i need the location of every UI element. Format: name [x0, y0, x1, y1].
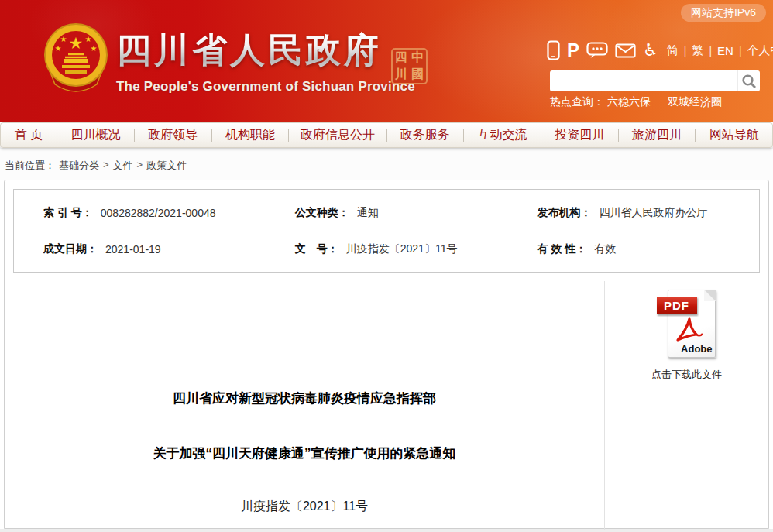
breadcrumb-separator: > — [137, 159, 143, 170]
search-input[interactable] — [550, 70, 737, 91]
breadcrumb-item[interactable]: 文件 — [113, 159, 133, 173]
personal-center-link[interactable]: 个人中心 — [747, 43, 773, 58]
ipv6-badge: 网站支持IPv6 — [681, 4, 766, 22]
breadcrumb: 当前位置： 基础分类 > 文件 > 政策文件 — [0, 148, 773, 180]
nav-item-travel[interactable]: 旅游四川 — [619, 127, 696, 143]
meta-doc-number: 文 号： 川疫指发〔2021〕11号 — [294, 242, 536, 256]
meta-value: 川疫指发〔2021〕11号 — [346, 242, 458, 256]
meta-label: 成文日期： — [43, 242, 98, 256]
seal-char: 國 — [410, 67, 427, 84]
header-icons-row: P ♿ 简 | 繁 | EN | 个人中心 — [547, 39, 773, 61]
site-title: 四川省人民政府 — [116, 27, 426, 74]
lang-separator: | — [684, 44, 687, 57]
p-media-icon[interactable]: P — [567, 41, 579, 60]
document-title-line2: 关于加强“四川天府健康通”宣传推广使用的紧急通知 — [5, 444, 604, 462]
hot-search-item[interactable]: 六稳六保 — [607, 95, 651, 109]
lang-separator: | — [739, 44, 742, 57]
pdf-fold-corner — [704, 290, 716, 301]
download-sidebar: Adobe PDF 点击下载此文件 — [604, 281, 768, 530]
meta-issuing-agency: 发布机构： 四川省人民政府办公厅 — [535, 206, 759, 220]
meta-value: 通知 — [357, 206, 379, 220]
meta-value: 008282882/2021-00048 — [101, 207, 216, 219]
breadcrumb-item[interactable]: 基础分类 — [59, 159, 99, 173]
language-switcher: 简 | 繁 | EN | 个人中心 — [667, 43, 773, 58]
download-caption[interactable]: 点击下载此文件 — [651, 368, 722, 382]
search-button[interactable] — [737, 70, 760, 91]
svg-text:★: ★ — [85, 35, 92, 43]
meta-label: 有 效 性： — [537, 242, 586, 256]
breadcrumb-item[interactable]: 政策文件 — [146, 159, 187, 173]
nav-item-invest[interactable]: 投资四川 — [541, 127, 618, 143]
nav-item-interaction[interactable]: 互动交流 — [464, 127, 541, 143]
content-panel: 索 引 号： 008282882/2021-00048 公文种类： 通知 发布机… — [4, 180, 769, 529]
chat-icon[interactable] — [586, 42, 608, 59]
svg-text:★: ★ — [60, 35, 67, 43]
seal-char: 中 — [410, 50, 427, 67]
mobile-icon[interactable] — [547, 40, 560, 60]
lang-traditional[interactable]: 繁 — [692, 43, 703, 58]
meta-issue-date: 成文日期： 2021-01-19 — [14, 242, 294, 256]
site-header: 网站支持IPv6 ★ ★ ★ ★ ★ 四川省人民政府 The People's … — [0, 0, 773, 122]
lang-separator: | — [709, 44, 712, 57]
breadcrumb-label: 当前位置： — [5, 159, 55, 173]
document-meta-table: 索 引 号： 008282882/2021-00048 公文种类： 通知 发布机… — [13, 189, 760, 273]
national-emblem-icon: ★ ★ ★ ★ ★ — [42, 21, 110, 94]
pdf-banner: PDF — [657, 297, 697, 314]
search-icon — [741, 74, 757, 89]
site-title-block: 四川省人民政府 The People's Government of Sichu… — [116, 27, 426, 94]
site-logo[interactable]: ★ ★ ★ ★ ★ 四川省人民政府 The People's Governmen… — [42, 21, 437, 98]
page: 网站支持IPv6 ★ ★ ★ ★ ★ 四川省人民政府 The People's … — [0, 0, 773, 532]
hot-search-row: 热点查询： 六稳六保 双城经济圈 — [550, 95, 739, 109]
svg-text:★: ★ — [69, 34, 84, 52]
site-subtitle: The People's Government of Sichuan Provi… — [116, 79, 426, 94]
document-area: 四川省应对新型冠状病毒肺炎疫情应急指挥部 关于加强“四川天府健康通”宣传推广使用… — [5, 281, 768, 530]
china-sichuan-seal: 四 中 川 國 — [391, 48, 428, 84]
meta-label: 发布机构： — [537, 206, 591, 220]
main-nav: 首 页 四川概况 政府领导 机构职能 政府信息公开 政务服务 互动交流 投资四川… — [0, 122, 773, 148]
nav-item-sitemap[interactable]: 网站导航 — [696, 127, 772, 143]
adobe-label: Adobe — [681, 343, 712, 355]
lang-simplified[interactable]: 简 — [667, 43, 679, 58]
meta-label: 索 引 号： — [43, 206, 93, 220]
meta-index-number: 索 引 号： 008282882/2021-00048 — [14, 206, 294, 220]
accessibility-icon[interactable]: ♿ — [643, 42, 658, 59]
nav-item-home[interactable]: 首 页 — [1, 127, 57, 143]
pdf-download-link[interactable]: Adobe PDF 点击下载此文件 — [651, 290, 722, 382]
nav-item-services[interactable]: 政务服务 — [387, 127, 464, 143]
hot-search-label: 热点查询： — [550, 95, 604, 109]
nav-item-info-disclosure[interactable]: 政府信息公开 — [289, 127, 386, 143]
seal-char: 川 — [393, 67, 410, 84]
meta-value: 有效 — [594, 242, 616, 256]
nav-item-overview[interactable]: 四川概况 — [57, 127, 134, 143]
lang-english[interactable]: EN — [717, 44, 733, 57]
nav-item-functions[interactable]: 机构职能 — [212, 127, 289, 143]
document-number: 川疫指发〔2021〕11号 — [5, 499, 604, 515]
meta-label: 公文种类： — [295, 206, 349, 220]
svg-text:★: ★ — [55, 44, 62, 53]
svg-text:★: ★ — [91, 44, 98, 53]
meta-value: 四川省人民政府办公厅 — [599, 206, 707, 220]
meta-validity: 有 效 性： 有效 — [535, 242, 759, 256]
nav-item-leaders[interactable]: 政府领导 — [135, 127, 211, 143]
seal-char: 四 — [393, 50, 410, 67]
meta-doc-type: 公文种类： 通知 — [294, 206, 536, 220]
pdf-file-icon: Adobe PDF — [657, 290, 717, 359]
search-bar — [550, 70, 760, 91]
document-title-line1: 四川省应对新型冠状病毒肺炎疫情应急指挥部 — [5, 390, 604, 407]
adobe-acrobat-icon — [675, 317, 703, 344]
breadcrumb-separator: > — [103, 159, 109, 170]
meta-value: 2021-01-19 — [105, 243, 161, 256]
mail-icon[interactable] — [615, 43, 636, 58]
hot-search-item[interactable]: 双城经济圈 — [668, 95, 722, 109]
meta-label: 文 号： — [295, 242, 338, 256]
document-body: 四川省应对新型冠状病毒肺炎疫情应急指挥部 关于加强“四川天府健康通”宣传推广使用… — [5, 281, 604, 530]
